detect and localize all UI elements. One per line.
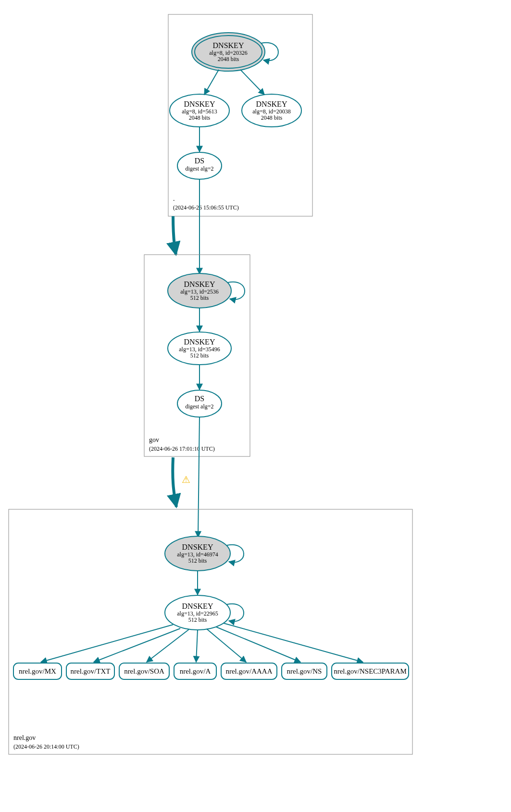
zone-nrel-ts: (2024-06-26 20:14:00 UTC) [13,743,79,750]
zone-gov-name: gov [149,436,159,443]
rr-aaaa-text: nrel.gov/AAAA [225,667,272,675]
node-root-ds: DS digest alg=2 [177,152,222,179]
rr-soa-text: nrel.gov/SOA [124,667,164,675]
zone-nrel-name: nrel.gov [13,734,36,741]
rr-txt-text: nrel.gov/TXT [71,667,111,675]
gov-zsk-title: DNSKEY [184,338,215,346]
edge-zsk-to-txt [94,628,180,662]
root-zsk-alg: alg=8, id=5613 [182,108,217,115]
rrset-aaaa: nrel.gov/AAAA [221,663,277,679]
edge-root-ksk-to-zsk [204,70,219,95]
rrset-soa: nrel.gov/SOA [119,663,169,679]
nrel-ksk-bits: 512 bits [188,557,207,564]
edge-zsk-to-ns [216,627,300,662]
zone-root-ts: (2024-06-26 15:06:55 UTC) [173,204,239,211]
zone-gov-ts: (2024-06-26 17:01:10 UTC) [149,445,215,452]
rr-mx-text: nrel.gov/MX [19,667,56,675]
zone-root: . (2024-06-26 15:06:55 UTC) DNSKEY alg=8… [168,14,312,216]
rr-ns-text: nrel.gov/NS [287,667,322,675]
node-gov-zsk: DNSKEY alg=13, id=35496 512 bits [168,332,231,365]
node-root-zsk: DNSKEY alg=8, id=5613 2048 bits [170,94,229,127]
nrel-zsk-bits: 512 bits [188,616,207,623]
node-gov-ds: DS digest alg=2 [177,390,222,417]
root-other-title: DNSKEY [256,100,287,108]
zone-root-name: . [173,195,175,202]
root-zsk-bits: 2048 bits [189,114,211,121]
zone-gov: gov (2024-06-26 17:01:10 UTC) DNSKEY alg… [144,255,250,456]
edge-delegation-gov-to-nrel [173,457,176,507]
node-root-ksk: DNSKEY alg=8, id=20326 2048 bits [192,33,265,71]
nrel-zsk-alg: alg=13, id=22965 [177,610,218,617]
node-nrel-zsk: DNSKEY alg=13, id=22965 512 bits [165,595,230,630]
node-root-other: DNSKEY alg=8, id=20038 2048 bits [242,94,301,127]
gov-ds-title: DS [195,394,204,403]
gov-ksk-title: DNSKEY [184,280,215,288]
edge-zsk-to-soa [147,629,189,662]
root-ds-title: DS [195,157,204,165]
gov-ksk-bits: 512 bits [190,295,209,301]
root-other-bits: 2048 bits [261,114,283,121]
edge-root-ksk-to-other [240,70,264,95]
gov-ksk-alg: alg=13, id=2536 [180,288,219,295]
nrel-ksk-alg: alg=13, id=46974 [177,551,218,558]
nrel-zsk-title: DNSKEY [182,602,213,610]
rrset-ns: nrel.gov/NS [282,663,327,679]
gov-ds-alg: digest alg=2 [185,403,213,410]
root-zsk-title: DNSKEY [184,100,215,108]
root-ds-alg: digest alg=2 [185,165,213,172]
rr-nsec3-text: nrel.gov/NSEC3PARAM [334,667,407,675]
root-ksk-alg: alg=8, id=20326 [209,49,248,56]
edge-zsk-to-a [196,630,198,662]
rrset-nsec3param: nrel.gov/NSEC3PARAM [332,663,409,679]
edge-delegation-root-to-gov [173,216,176,255]
edge-zsk-to-aaaa [207,629,246,662]
zone-nrel: nrel.gov (2024-06-26 20:14:00 UTC) DNSKE… [9,509,412,754]
gov-zsk-bits: 512 bits [190,352,209,359]
gov-zsk-alg: alg=13, id=35496 [179,346,220,353]
rrset-mx: nrel.gov/MX [13,663,62,679]
warning-icon: ⚠ [182,474,190,485]
edge-gov-ds-to-nrel-ksk [198,417,199,537]
rr-a-text: nrel.gov/A [180,667,211,675]
edge-zsk-to-nsec3 [224,623,363,662]
root-other-alg: alg=8, id=20038 [252,108,291,115]
nrel-ksk-title: DNSKEY [182,543,213,551]
rrset-a: nrel.gov/A [174,663,216,679]
dnssec-diagram: . (2024-06-26 15:06:55 UTC) DNSKEY alg=8… [0,0,511,812]
node-gov-ksk: DNSKEY alg=13, id=2536 512 bits [168,273,231,308]
root-ksk-title: DNSKEY [213,41,244,49]
root-ksk-bits: 2048 bits [218,56,239,62]
node-nrel-ksk: DNSKEY alg=13, id=46974 512 bits [165,536,230,571]
rrset-txt: nrel.gov/TXT [66,663,114,679]
